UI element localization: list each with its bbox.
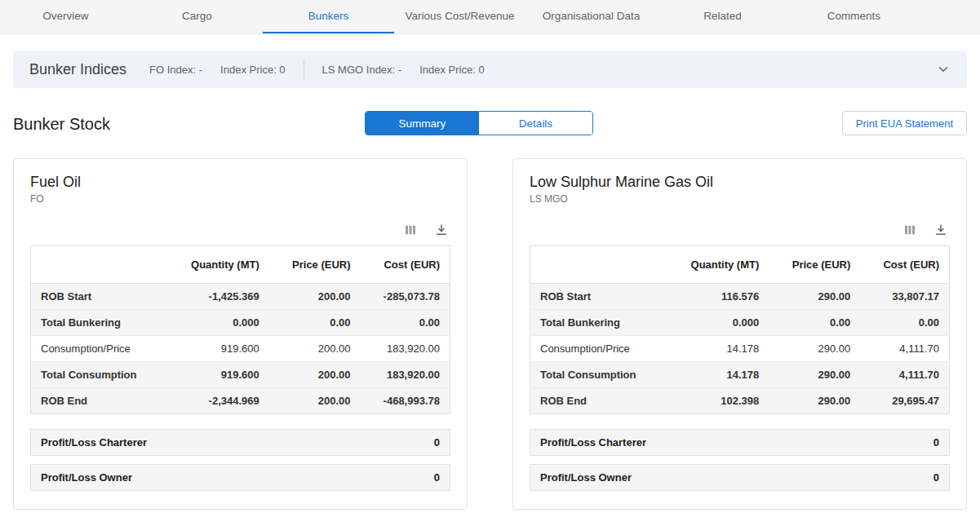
bunker-cards: Fuel Oil FO Quantity (MT) Price (EUR) Co… — [13, 158, 967, 510]
card-toolbar — [30, 223, 449, 237]
fo-index-price: Index Price: 0 — [220, 64, 286, 76]
profit-label: Profit/Loss Charterer — [540, 436, 646, 449]
column-header-price: Price (EUR) — [269, 246, 361, 284]
divider — [304, 60, 304, 79]
ls-mgo-card: Low Sulphur Marine Gas Oil LS MGO Quanti… — [512, 158, 967, 510]
table-header-row: Quantity (MT) Price (EUR) Cost (EUR) — [31, 246, 450, 284]
profit-value: 0 — [434, 436, 440, 449]
row-label: Consumption/Price — [31, 336, 166, 362]
ls-mgo-index-price: Index Price: 0 — [419, 64, 485, 76]
table-row: Total Consumption919.600200.00183,920.00 — [31, 362, 450, 388]
profit-label: Profit/Loss Owner — [540, 471, 632, 484]
row-value: 183,920.00 — [361, 362, 450, 388]
row-label: ROB Start — [530, 284, 666, 310]
column-header — [31, 246, 166, 284]
columns-icon[interactable] — [902, 223, 917, 237]
column-header-cost: Cost (EUR) — [860, 246, 949, 284]
row-value: 0.00 — [769, 310, 860, 336]
row-value: -468,993.78 — [361, 388, 450, 414]
column-header-cost: Cost (EUR) — [361, 246, 450, 284]
details-toggle-button[interactable]: Details — [479, 112, 592, 135]
card-title: Low Sulphur Marine Gas Oil — [530, 174, 950, 191]
bunker-stock-header: Bunker Stock Summary Details Print EUA S… — [13, 109, 967, 139]
row-value: 14.178 — [666, 336, 769, 362]
table-row: Total Bunkering0.0000.000.00 — [530, 310, 950, 336]
page-title: Bunker Stock — [13, 115, 110, 134]
row-value: 0.00 — [361, 310, 450, 336]
table-row: Consumption/Price919.600200.00183,920.00 — [31, 336, 450, 362]
profit-value: 0 — [434, 471, 440, 484]
column-header — [530, 246, 666, 284]
profit-label: Profit/Loss Owner — [41, 471, 132, 484]
column-header-quantity: Quantity (MT) — [666, 246, 769, 284]
table-row: Consumption/Price14.178290.004,111.70 — [530, 336, 950, 362]
table-row: ROB End102.398290.0029,695.47 — [530, 388, 950, 414]
tab-cargo[interactable]: Cargo — [131, 0, 263, 33]
columns-icon[interactable] — [403, 223, 418, 237]
tab-related[interactable]: Related — [657, 0, 788, 33]
card-toolbar — [530, 223, 948, 237]
summary-details-toggle: Summary Details — [365, 111, 593, 135]
row-label: Consumption/Price — [530, 336, 666, 362]
row-value: 33,807.17 — [860, 284, 949, 310]
download-icon[interactable] — [434, 223, 449, 237]
table-header-row: Quantity (MT) Price (EUR) Cost (EUR) — [530, 246, 950, 284]
row-value: 290.00 — [769, 284, 860, 310]
card-subtitle: FO — [30, 193, 450, 205]
summary-toggle-button[interactable]: Summary — [366, 112, 479, 135]
profit-label: Profit/Loss Charterer — [41, 436, 147, 449]
row-value: 200.00 — [269, 388, 361, 414]
column-header-quantity: Quantity (MT) — [166, 246, 269, 284]
row-value: 0.000 — [166, 310, 269, 336]
download-icon[interactable] — [933, 223, 948, 237]
row-value: 102.398 — [666, 388, 769, 414]
card-title: Fuel Oil — [30, 174, 450, 191]
fuel-oil-card: Fuel Oil FO Quantity (MT) Price (EUR) Co… — [13, 158, 468, 510]
chevron-down-icon[interactable] — [936, 62, 951, 77]
row-label: Total Consumption — [530, 362, 666, 388]
row-value: 200.00 — [269, 284, 361, 310]
table-row: ROB Start116.576290.0033,807.17 — [530, 284, 950, 310]
column-header-price: Price (EUR) — [769, 246, 860, 284]
profit-loss-owner-row: Profit/Loss Owner 0 — [30, 464, 450, 491]
tab-overview[interactable]: Overview — [0, 0, 131, 33]
row-value: 4,111.70 — [860, 336, 949, 362]
row-value: 4,111.70 — [860, 362, 949, 388]
table-row: Total Consumption14.178290.004,111.70 — [530, 362, 950, 388]
row-label: Total Bunkering — [31, 310, 166, 336]
row-value: 200.00 — [269, 362, 361, 388]
profit-loss-charterer-row: Profit/Loss Charterer 0 — [30, 429, 450, 456]
bunker-indices-title: Bunker Indices — [29, 61, 126, 78]
row-value: 29,695.47 — [860, 388, 949, 414]
tab-various-cost-revenue[interactable]: Various Cost/Revenue — [394, 0, 525, 33]
profit-value: 0 — [933, 471, 939, 484]
top-nav: Overview Cargo Bunkers Various Cost/Reve… — [0, 0, 980, 34]
row-label: Total Consumption — [31, 362, 166, 388]
row-label: ROB End — [31, 388, 166, 414]
row-value: 14.178 — [666, 362, 769, 388]
row-value: 116.576 — [666, 284, 769, 310]
table-row: Total Bunkering0.0000.000.00 — [31, 310, 450, 336]
bunker-table: Quantity (MT) Price (EUR) Cost (EUR) ROB… — [30, 245, 450, 414]
row-value: 0.00 — [860, 310, 949, 336]
fo-index-value: FO Index: - — [149, 64, 202, 76]
row-value: 290.00 — [769, 362, 860, 388]
print-eua-statement-button[interactable]: Print EUA Statement — [842, 111, 967, 135]
bunker-indices-bar: Bunker Indices FO Index: - Index Price: … — [13, 51, 967, 88]
tab-bunkers[interactable]: Bunkers — [263, 0, 394, 33]
bunker-table: Quantity (MT) Price (EUR) Cost (EUR) ROB… — [530, 245, 950, 414]
tab-organisational-data[interactable]: Organisational Data — [525, 0, 657, 33]
row-value: 183,920.00 — [361, 336, 450, 362]
table-row: ROB Start-1,425.369200.00-285,073.78 — [31, 284, 450, 310]
tab-comments[interactable]: Comments — [788, 0, 920, 33]
row-value: -1,425.369 — [166, 284, 269, 310]
table-row: ROB End-2,344.969200.00-468,993.78 — [31, 388, 450, 414]
row-value: 919.600 — [166, 362, 269, 388]
profit-value: 0 — [933, 436, 939, 449]
ls-mgo-index-value: LS MGO Index: - — [322, 64, 402, 76]
row-value: -285,073.78 — [361, 284, 450, 310]
row-value: 290.00 — [769, 336, 860, 362]
row-value: 290.00 — [769, 388, 860, 414]
row-label: Total Bunkering — [530, 310, 666, 336]
card-subtitle: LS MGO — [530, 193, 950, 205]
